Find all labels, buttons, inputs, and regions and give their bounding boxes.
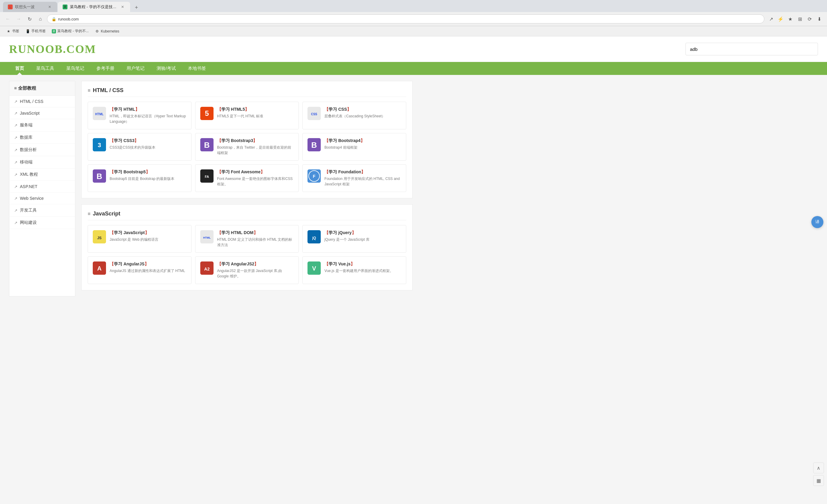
card-htmldom[interactable]: HTML 【学习 HTML DOM】 HTML DOM 定义了访问和操作 HTM… bbox=[195, 225, 299, 253]
card-html5[interactable]: 5 【学习 HTML5】 HTML5 是下一代 HTML 标准 bbox=[195, 102, 299, 129]
new-tab-button[interactable]: + bbox=[132, 3, 141, 12]
star-icon[interactable]: ★ bbox=[786, 15, 794, 23]
search-input[interactable] bbox=[685, 43, 818, 55]
card-bootstrap4-title: 【学习 Bootstrap4】 bbox=[324, 138, 401, 144]
site-logo: RUNOOB.COM bbox=[9, 43, 96, 56]
card-angularjs2[interactable]: A2 【学习 AngularJS2】 AngularJS2 是一款开源 Java… bbox=[195, 257, 299, 284]
reload-button[interactable]: ↻ bbox=[25, 15, 34, 23]
translate-bubble[interactable]: 译 bbox=[811, 216, 823, 228]
card-vuejs[interactable]: V 【学习 Vue.js】 Vue.js 是一套构建用户界面的渐进式框架。 bbox=[302, 257, 406, 284]
sidebar-label-9: 开发工具 bbox=[20, 208, 37, 213]
nav-home[interactable]: 首页 bbox=[9, 62, 30, 75]
page-content: RUNOOB.COM 首页 菜鸟工具 菜鸟笔记 参考手册 用户笔记 测验/考试 … bbox=[0, 37, 827, 504]
sidebar-item-html-css[interactable]: ↗ HTML / CSS bbox=[9, 96, 75, 107]
tab-2-close[interactable]: ✕ bbox=[120, 4, 125, 10]
section-title-icon-1: ≡ bbox=[88, 211, 90, 217]
svg-text:HTML: HTML bbox=[95, 113, 104, 116]
sidebar-item-data-analysis[interactable]: ↗ 数据分析 bbox=[9, 144, 75, 156]
extension-icon[interactable]: ⊞ bbox=[796, 15, 804, 23]
card-html[interactable]: HTML 【学习 HTML】 HTML，即超文本标记语言（Hyper Text … bbox=[88, 102, 192, 129]
svg-text:CSS: CSS bbox=[311, 113, 318, 116]
card-javascript[interactable]: JS 【学习 JavaScript】 JavaScript 是 Web 的编程语… bbox=[88, 225, 192, 253]
main-layout: ≡ 全部教程 ↗ HTML / CSS ↗ JavaScript ↗ 服务端 ↗… bbox=[0, 75, 422, 302]
card-foundation-desc: Foundation 用于开发响应式的 HTML, CSS and JavaSc… bbox=[324, 176, 401, 187]
card-css3[interactable]: 3 【学习 CSS3】 CSS3是CSS技术的升级版本 bbox=[88, 133, 192, 161]
nav-notes[interactable]: 菜鸟笔记 bbox=[60, 62, 90, 75]
card-angularjs2-text: 【学习 AngularJS2】 AngularJS2 是一款开源 JavaScr… bbox=[217, 262, 294, 279]
nav-bookmarks[interactable]: 本地书签 bbox=[182, 62, 212, 75]
card-jquery-title: 【学习 jQuery】 bbox=[324, 230, 401, 236]
card-html-text: 【学习 HTML】 HTML，即超文本标记语言（Hyper Text Marku… bbox=[110, 107, 186, 124]
bookmark-star[interactable]: ★ 书签 bbox=[4, 27, 22, 35]
link-icon-2: ↗ bbox=[14, 123, 17, 127]
tab-1-close[interactable]: ✕ bbox=[47, 4, 52, 10]
card-fontawesome[interactable]: FA 【学习 Font Awesome】 Font Awesome 是一套绝佳的… bbox=[195, 164, 299, 192]
sidebar-header: ≡ 全部教程 bbox=[9, 81, 75, 96]
nav-reference[interactable]: 参考手册 bbox=[90, 62, 120, 75]
bookmark-runoob[interactable]: 菜 菜鸟教程 - 学的不... bbox=[49, 27, 91, 35]
card-fontawesome-desc: Font Awesome 是一套绝佳的图标字体库和CSS框架。 bbox=[217, 176, 294, 187]
sync-icon[interactable]: ⟳ bbox=[805, 15, 814, 23]
sidebar-item-webservice[interactable]: ↗ Web Service bbox=[9, 192, 75, 204]
svg-text:B: B bbox=[97, 172, 102, 181]
card-css[interactable]: CSS 【学习 CSS】 层叠样式表（Cascading StyleSheet） bbox=[302, 102, 406, 129]
card-foundation[interactable]: F 【学习 Foundation】 Foundation 用于开发响应式的 HT… bbox=[302, 164, 406, 192]
tab-2[interactable]: 菜 菜鸟教程 - 学的不仅是技术，更是... ✕ bbox=[58, 2, 130, 12]
sidebar-item-aspnet[interactable]: ↗ ASP.NET bbox=[9, 181, 75, 192]
sidebar-item-xml[interactable]: ↗ XML 教程 bbox=[9, 168, 75, 181]
svg-text:jQ: jQ bbox=[312, 236, 316, 240]
card-bootstrap5[interactable]: B 【学习 Bootstrap5】 Bootstrap5 目前是 Bootstr… bbox=[88, 164, 192, 192]
site-header: RUNOOB.COM bbox=[0, 37, 827, 62]
card-angularjs-icon: A bbox=[93, 262, 106, 275]
home-button[interactable]: ⌂ bbox=[36, 15, 45, 23]
card-bootstrap3[interactable]: B 【学习 Bootstrap3】 Bootstrap，来自 Twitter，是… bbox=[195, 133, 299, 161]
download-icon[interactable]: ⬇ bbox=[815, 15, 823, 23]
share-icon[interactable]: ↗ bbox=[767, 15, 775, 23]
sidebar-item-database[interactable]: ↗ 数据库 bbox=[9, 131, 75, 144]
nav-tools[interactable]: 菜鸟工具 bbox=[30, 62, 60, 75]
nav-quiz[interactable]: 测验/考试 bbox=[151, 62, 182, 75]
tab-bar: L 联想头一波 ✕ 菜 菜鸟教程 - 学的不仅是技术，更是... ✕ + bbox=[0, 0, 827, 12]
logo-dot: . bbox=[63, 43, 66, 55]
tab-1[interactable]: L 联想头一波 ✕ bbox=[3, 2, 57, 12]
sidebar-item-javascript[interactable]: ↗ JavaScript bbox=[9, 107, 75, 119]
sidebar-label-1: JavaScript bbox=[20, 111, 40, 116]
star-bookmark-icon: ★ bbox=[6, 29, 11, 34]
card-angularjs-desc: AngularJS 通过新的属性和表达式扩展了 HTML bbox=[110, 268, 186, 274]
card-htmldom-title: 【学习 HTML DOM】 bbox=[217, 230, 294, 236]
content-area: ≡ HTML / CSS HTML 【学习 HTML】 HTML，即超文本标记语… bbox=[81, 81, 412, 296]
card-angularjs2-icon: A2 bbox=[200, 262, 213, 275]
address-bar-row: ← → ↻ ⌂ 🔒 runoob.com ↗ ⚡ ★ ⊞ ⟳ ⬇ bbox=[0, 12, 827, 26]
card-html5-title: 【学习 HTML5】 bbox=[217, 107, 294, 112]
svg-text:B: B bbox=[311, 141, 317, 150]
sidebar-item-devtools[interactable]: ↗ 开发工具 bbox=[9, 204, 75, 217]
card-angularjs[interactable]: A 【学习 AngularJS】 AngularJS 通过新的属性和表达式扩展了… bbox=[88, 257, 192, 284]
lightning-icon[interactable]: ⚡ bbox=[776, 15, 785, 23]
forward-button[interactable]: → bbox=[14, 15, 23, 23]
bookmark-kubernetes[interactable]: ⚙ Kubernetes bbox=[92, 28, 122, 35]
address-input[interactable]: 🔒 runoob.com bbox=[47, 14, 764, 23]
card-html-icon: HTML bbox=[93, 107, 106, 120]
nav-user-notes[interactable]: 用户笔记 bbox=[120, 62, 151, 75]
link-icon-4: ↗ bbox=[14, 148, 17, 152]
qr-button[interactable]: ▦ bbox=[813, 475, 824, 486]
scroll-up-button[interactable]: ∧ bbox=[813, 462, 824, 473]
back-button[interactable]: ← bbox=[4, 15, 12, 23]
link-icon-8: ↗ bbox=[14, 196, 17, 201]
link-icon-10: ↗ bbox=[14, 221, 17, 225]
bookmark-mobile[interactable]: 📱 手机书签 bbox=[23, 27, 48, 35]
sidebar-label-5: 移动端 bbox=[20, 160, 33, 165]
card-angularjs-title: 【学习 AngularJS】 bbox=[110, 262, 186, 267]
svg-text:A2: A2 bbox=[204, 267, 210, 271]
card-jquery[interactable]: jQ 【学习 jQuery】 jQuery 是一个 JavaScript 库 bbox=[302, 225, 406, 253]
sidebar-item-server[interactable]: ↗ 服务端 bbox=[9, 119, 75, 131]
sidebar-item-website[interactable]: ↗ 网站建设 bbox=[9, 217, 75, 229]
sidebar-item-mobile[interactable]: ↗ 移动端 bbox=[9, 156, 75, 168]
sidebar-label-3: 数据库 bbox=[20, 135, 33, 140]
address-text: runoob.com bbox=[58, 17, 79, 21]
card-bootstrap4[interactable]: B 【学习 Bootstrap4】 Bootstrap4 前端框架 bbox=[302, 133, 406, 161]
logo-black: RUNOOB bbox=[9, 43, 63, 55]
card-foundation-text: 【学习 Foundation】 Foundation 用于开发响应式的 HTML… bbox=[324, 169, 401, 187]
card-css-icon: CSS bbox=[307, 107, 321, 120]
section-html-css-title: ≡ HTML / CSS bbox=[88, 87, 406, 97]
